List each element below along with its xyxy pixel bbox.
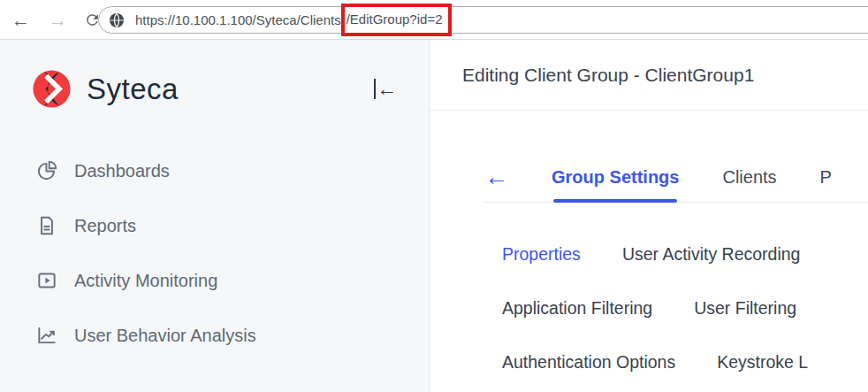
tab-group-settings[interactable]: Group Settings [552,166,679,202]
browser-back-icon[interactable]: ← [11,11,30,29]
page-header: Editing Client Group - ClientGroup1 [430,40,868,111]
link-user-filtering[interactable]: User Filtering [694,297,796,319]
address-bar[interactable]: https://10.100.1.100/Syteca/Clients/Edit… [98,6,868,34]
sidebar-item-dashboards[interactable]: Dashboards [0,159,429,182]
brand-name: Syteca [87,73,179,106]
pie-chart-icon [35,159,58,182]
link-application-filtering[interactable]: Application Filtering [502,297,652,319]
browser-forward-icon[interactable]: → [49,11,67,29]
browser-toolbar: ← → https://10.100.1.100/Syteca/Clients/… [0,0,868,40]
link-user-activity-recording[interactable]: User Activity Recording [622,243,801,265]
site-globe-icon[interactable] [109,12,125,28]
document-icon [35,214,58,237]
link-properties[interactable]: Properties [502,243,581,265]
sidebar-item-label: User Behavior Analysis [74,326,256,346]
tab-truncated[interactable]: P [820,166,832,202]
link-keystroke-truncated[interactable]: Keystroke L [717,351,808,373]
sidebar-item-label: Activity Monitoring [74,271,217,291]
url-prefix: https://10.100.1.100/Syteca/Clients [135,12,341,27]
sidebar-nav: Dashboards Reports Activity Monitoring [0,159,429,347]
syteca-logo-icon [32,69,72,109]
sidebar-item-user-behavior-analysis[interactable]: User Behavior Analysis [0,324,429,347]
line-chart-icon [35,324,58,347]
page-title: Editing Client Group - ClientGroup1 [462,65,754,86]
tab-bar: ← Group Settings Clients P [484,166,868,203]
video-play-icon [35,269,58,292]
tab-clients[interactable]: Clients [722,166,776,202]
url-highlight-annotation: /EditGroup?id=2 [341,4,453,36]
sidebar-item-label: Reports [74,216,136,236]
settings-links-row: Properties User Activity Recording [502,243,868,265]
back-arrow-icon[interactable]: ← [484,166,508,188]
settings-links-row: Application Filtering User Filtering [502,297,868,319]
link-authentication-options[interactable]: Authentication Options [502,351,675,373]
sidebar-item-label: Dashboards [74,161,170,181]
main-content: Editing Client Group - ClientGroup1 ← Gr… [430,40,868,392]
sidebar-item-reports[interactable]: Reports [0,214,429,237]
url-text[interactable]: https://10.100.1.100/Syteca/Clients/Edit… [135,12,452,27]
sidebar: Syteca ← Dashboards Reports [0,40,430,392]
settings-links-row: Authentication Options Keystroke L [502,351,868,373]
sidebar-collapse-icon[interactable]: ← [374,79,397,99]
sidebar-item-activity-monitoring[interactable]: Activity Monitoring [0,269,429,292]
